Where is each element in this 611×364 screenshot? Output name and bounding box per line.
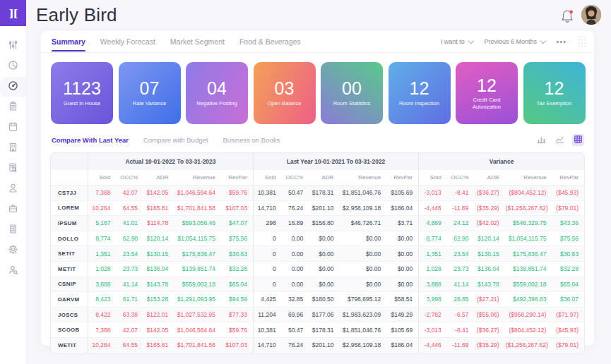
subtab-business-on-books[interactable]: Business on Books xyxy=(223,136,280,144)
sidebar-item-document-search[interactable] xyxy=(0,159,26,179)
tab-actions: I want to Previous 6 Months ••• xyxy=(441,35,586,48)
tab-food-beverages[interactable]: Food & Beverages xyxy=(239,32,301,51)
column-header-revenue[interactable]: Revenue xyxy=(505,170,552,186)
drag-handle-icon[interactable] xyxy=(578,35,586,48)
subtab-compare-with-last-year[interactable]: Compare With Last Year xyxy=(52,136,129,144)
cell: 63.38 xyxy=(116,307,143,322)
column-header-revpar[interactable]: RevPar xyxy=(552,170,584,186)
sidebar-item-settings[interactable] xyxy=(0,241,26,261)
kpi-label: Room Statistics xyxy=(328,100,376,107)
table-row[interactable]: SETIT1,35123.54$130.15$175,836.47$30.630… xyxy=(51,246,584,262)
cell: $143.78 xyxy=(143,277,174,292)
kpi-card-open-balance[interactable]: 03Open Balance xyxy=(254,62,316,124)
row-label: IPSUM xyxy=(51,216,88,231)
kpi-value: 03 xyxy=(275,79,295,97)
cell: 23.73 xyxy=(447,261,475,277)
user-search-icon xyxy=(8,265,18,278)
tab-weekly-forecast[interactable]: Weekly Forecast xyxy=(100,32,155,51)
cell: 0 xyxy=(253,277,281,292)
cell: 10,381 xyxy=(253,322,281,338)
column-header-sold[interactable]: Sold xyxy=(419,170,447,186)
cell: $559,002.18 xyxy=(174,277,221,292)
period-dropdown[interactable]: Previous 6 Months xyxy=(484,38,545,45)
sidebar-item-user[interactable] xyxy=(0,179,26,200)
cell: 3,998 xyxy=(419,292,447,308)
sidebar-item-gauge[interactable] xyxy=(0,77,26,97)
sidebar-item-clipboard[interactable] xyxy=(0,97,26,118)
cell: $156.80 xyxy=(309,216,339,231)
more-options-button[interactable]: ••• xyxy=(556,37,566,46)
kpi-card-rate-variance[interactable]: 07Rate Variance xyxy=(119,62,181,124)
cell: $165.81 xyxy=(143,337,174,352)
i-want-to-dropdown[interactable]: I want to xyxy=(441,38,473,45)
column-header-revpar[interactable]: RevPar xyxy=(221,170,253,186)
kpi-label: Rate Variance xyxy=(128,100,172,107)
column-header-sold[interactable]: Sold xyxy=(88,170,116,186)
cell: -6.57 xyxy=(447,307,475,322)
row-label: DARVM xyxy=(51,292,88,308)
kpi-card-room-inspection[interactable]: 12Room Inspection xyxy=(388,62,451,124)
user-avatar[interactable] xyxy=(581,5,601,25)
kpi-label: Open Balance xyxy=(262,100,306,107)
cell: $1,291,093.95 xyxy=(174,292,221,308)
sidebar-item-pie-chart[interactable] xyxy=(0,56,26,77)
subtab-bar: Compare With Last YearCompare with Budge… xyxy=(41,132,594,152)
notification-bell-icon[interactable] xyxy=(560,8,574,24)
column-header-revenue[interactable]: Revenue xyxy=(340,170,387,186)
table-row[interactable]: CSTJJ7,36842.07$142.05$1,046,594.64$59.7… xyxy=(51,186,584,201)
bar-chart-view-button[interactable] xyxy=(535,134,547,146)
subtab-compare-with-budget[interactable]: Compare with Budget xyxy=(143,136,208,144)
cell: -4,446 xyxy=(419,337,447,352)
row-label: METIT xyxy=(51,261,88,277)
row-label: WETIT xyxy=(51,337,88,352)
column-header-occ[interactable]: OCC% xyxy=(116,170,143,186)
table-row[interactable]: LOREM10,26464.55$165.81$1,701,841.58$107… xyxy=(51,200,584,216)
column-header-adr[interactable]: ADR xyxy=(309,170,339,186)
line-chart-view-button[interactable] xyxy=(554,134,566,146)
table-row[interactable]: SCOOB7,36842.07$142.05$1,046,564.64$59.7… xyxy=(51,322,584,338)
table-row[interactable]: JOSCS8,42263.38$122.01$1,027,532.95$77.3… xyxy=(51,307,584,322)
column-header-occ[interactable]: OCC% xyxy=(447,170,475,186)
cell: 1,351 xyxy=(419,246,447,262)
cell: ($27.21) xyxy=(474,292,504,308)
table-row[interactable]: WETIT10,26464.55$165.81$1,701,841.56$107… xyxy=(51,337,584,352)
column-header-adr[interactable]: ADR xyxy=(143,170,174,186)
table-corner xyxy=(51,153,88,170)
kpi-card-negative-posting[interactable]: 04Negative Posting xyxy=(186,62,248,124)
cell: $143.78 xyxy=(474,277,504,292)
kpi-label: Room Inspection xyxy=(394,100,444,107)
table-view-button[interactable] xyxy=(572,134,584,146)
cell: 4,425 xyxy=(253,292,281,308)
row-label: LOREM xyxy=(51,200,88,216)
kpi-value: 04 xyxy=(207,79,227,97)
cell: $1,701,841.56 xyxy=(174,337,221,352)
column-header-revpar[interactable]: RevPar xyxy=(386,170,418,186)
kpi-card-room-statistics[interactable]: 00Room Statistics xyxy=(321,62,383,124)
cell: 28.85 xyxy=(447,292,475,308)
table-row[interactable]: DARVM8,42361.71$153.28$1,291,093.95$94.5… xyxy=(51,292,584,308)
kpi-card-guest-in-house[interactable]: 1123Guest in House xyxy=(51,62,113,124)
sidebar-item-calendar[interactable] xyxy=(0,118,26,138)
table-row[interactable]: METIT1,02823.73$136.04$139,851.74$32.280… xyxy=(51,261,584,277)
sidebar-item-report[interactable] xyxy=(0,220,26,241)
cell: ($79.01) xyxy=(552,337,584,352)
kpi-label: Tax Exemption xyxy=(532,100,577,107)
table-row[interactable]: DOLLO8,77462.90$120.14$1,054,115.75$75.5… xyxy=(51,231,584,246)
tab-market-segment[interactable]: Market Segment xyxy=(170,32,225,51)
column-header-revenue[interactable]: Revenue xyxy=(174,170,221,186)
sidebar-item-briefcase[interactable] xyxy=(0,200,26,220)
sidebar-item-building[interactable] xyxy=(0,138,26,159)
cell: $105.69 xyxy=(386,186,418,201)
table-row[interactable]: CSNIP3,88841.14$143.78$559,002.18$65.040… xyxy=(51,277,584,292)
tab-summary[interactable]: Summary xyxy=(52,32,85,51)
column-header-adr[interactable]: ADR xyxy=(474,170,504,186)
sidebar-item-sliders[interactable] xyxy=(0,36,26,56)
app-logo[interactable]: ][ xyxy=(0,0,26,26)
cell: ($36.27) xyxy=(474,322,504,338)
sidebar-item-user-search[interactable] xyxy=(0,261,26,281)
column-header-occ[interactable]: OCC% xyxy=(282,170,309,186)
kpi-card-credit-card-autorization[interactable]: 12Credit Card Autorization xyxy=(456,62,518,124)
kpi-card-tax-exemption[interactable]: 12Tax Exemption xyxy=(523,62,586,124)
column-header-sold[interactable]: Sold xyxy=(253,170,281,186)
table-row[interactable]: IPSUM5,16741.01$114.78$593,056.46$47.072… xyxy=(51,216,584,231)
